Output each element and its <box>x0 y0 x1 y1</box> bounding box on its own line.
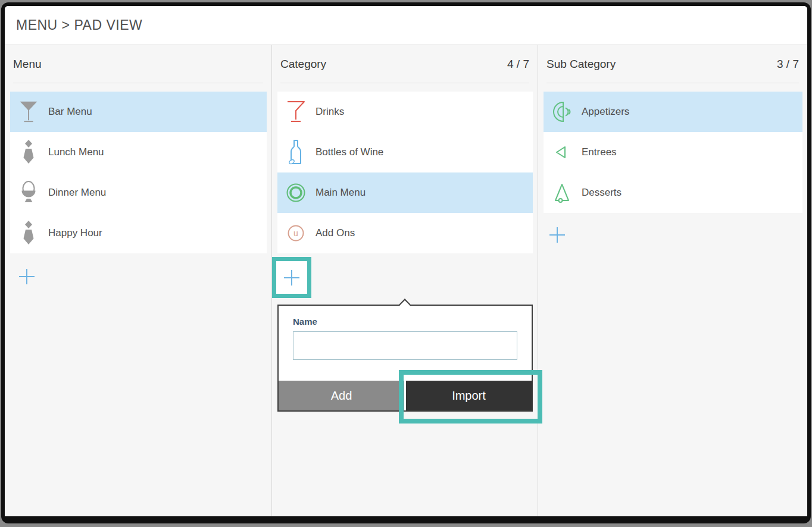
name-input[interactable] <box>293 331 517 360</box>
add-menu-button[interactable] <box>18 268 36 286</box>
list-item-bottles-of-wine[interactable]: Bottles of Wine <box>277 132 533 172</box>
list-item-main-menu[interactable]: Main Menu <box>277 172 533 213</box>
martini-glass-icon <box>15 100 42 124</box>
list-item-label: Bar Menu <box>48 106 92 118</box>
menu-panel-title: Menu <box>13 58 42 71</box>
list-item-bar-menu[interactable]: Bar Menu <box>10 92 267 132</box>
list-item-appetizers[interactable]: Appetizers <box>544 92 802 132</box>
list-item-label: Happy Hour <box>48 227 102 239</box>
list-item-drinks[interactable]: Drinks <box>277 92 533 132</box>
menu-panel: Menu Bar Menu <box>5 45 272 516</box>
tie-icon <box>15 139 42 165</box>
list-item-label: Bottles of Wine <box>316 146 383 158</box>
app-window: MENU > PAD VIEW Menu Bar Menu <box>1 2 811 523</box>
list-item-label: Main Menu <box>316 187 366 199</box>
list-item-desserts[interactable]: Desserts <box>544 172 802 213</box>
category-panel-title: Category <box>280 58 326 71</box>
subcategory-panel: Sub Category 3 / 7 Appetizers <box>538 45 807 516</box>
add-button[interactable]: Add <box>279 381 404 410</box>
list-item-happy-hour[interactable]: Happy Hour <box>10 213 267 253</box>
svg-text:u: u <box>293 228 298 238</box>
left-triangle-icon <box>548 142 576 163</box>
add-category-button[interactable] <box>283 269 301 287</box>
cone-icon <box>548 182 576 203</box>
list-item-label: Lunch Menu <box>48 146 104 158</box>
wine-bottle-icon <box>282 139 310 165</box>
subcategory-panel-title: Sub Category <box>546 58 616 71</box>
category-panel-header: Category 4 / 7 <box>280 45 529 83</box>
martini-outline-icon <box>282 100 310 124</box>
breadcrumb: MENU > PAD VIEW <box>16 17 142 33</box>
add-category-popover: Name Add Import <box>277 305 533 412</box>
category-count: 4 / 7 <box>507 58 529 71</box>
egg-cup-icon <box>15 181 42 205</box>
double-circle-icon <box>282 182 310 203</box>
content-area: Menu Bar Menu <box>5 45 807 516</box>
add-subcategory-button[interactable] <box>548 226 566 244</box>
list-item-label: Desserts <box>582 187 622 199</box>
subcategory-plus-row <box>538 213 807 246</box>
menu-panel-header: Menu <box>13 45 263 83</box>
category-panel: Category 4 / 7 Drinks <box>272 45 538 516</box>
list-item-add-ons[interactable]: u Add Ons <box>277 213 533 253</box>
import-button[interactable]: Import <box>406 381 532 410</box>
u-circle-icon: u <box>282 222 310 244</box>
list-item-lunch-menu[interactable]: Lunch Menu <box>10 132 267 172</box>
appetizer-rings-icon <box>548 100 576 124</box>
list-item-dinner-menu[interactable]: Dinner Menu <box>10 172 267 213</box>
category-list: Drinks Bottles of Wine <box>277 92 533 253</box>
list-item-label: Dinner Menu <box>48 187 106 199</box>
subcategory-panel-header: Sub Category 3 / 7 <box>546 45 799 83</box>
list-item-label: Drinks <box>316 106 344 118</box>
menu-plus-row <box>5 253 271 288</box>
subcategory-count: 3 / 7 <box>777 58 799 71</box>
list-item-label: Add Ons <box>316 227 355 239</box>
top-bar: MENU > PAD VIEW <box>5 6 807 45</box>
popover-buttons: Add Import <box>279 381 532 410</box>
tie-icon <box>15 220 42 246</box>
list-item-label: Appetizers <box>582 106 629 118</box>
menu-list: Bar Menu Lunch Menu <box>10 92 267 253</box>
add-category-highlight-box <box>272 257 311 298</box>
subcategory-list: Appetizers Entrees <box>544 92 802 213</box>
name-label: Name <box>293 316 517 327</box>
list-item-label: Entrees <box>582 146 617 158</box>
list-item-entrees[interactable]: Entrees <box>544 132 802 172</box>
